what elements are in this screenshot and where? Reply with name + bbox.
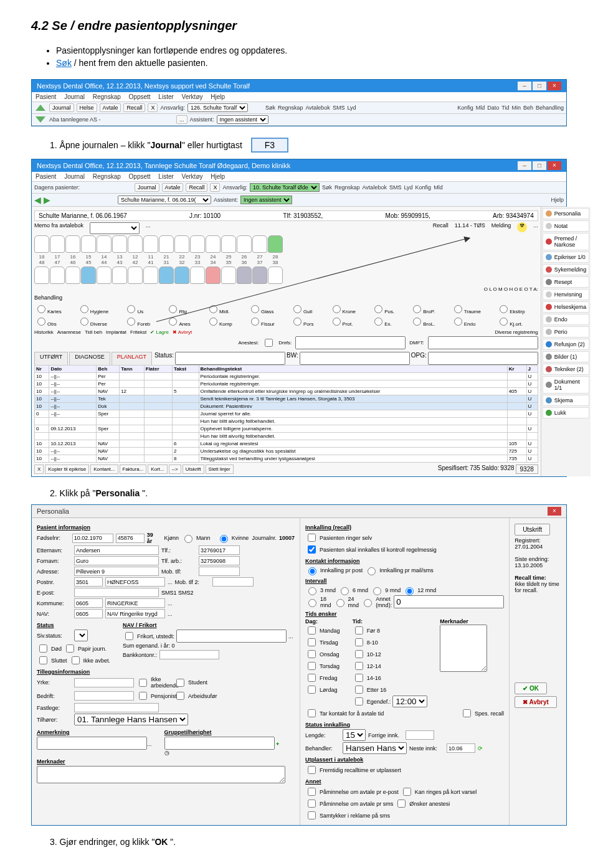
menu-lister[interactable]: Lister [158, 93, 173, 100]
cb-pam-sms[interactable] [308, 800, 316, 808]
cb-papir[interactable] [66, 644, 74, 653]
in-tlf[interactable] [199, 545, 240, 555]
menu-oppsett[interactable]: Oppsett [129, 173, 151, 180]
sidebar-item[interactable]: Epikriser 1/0 [543, 252, 590, 263]
radio-mann[interactable] [184, 535, 192, 543]
sidebar-item[interactable]: Tekniker (2) [543, 364, 590, 375]
tab-planlagt[interactable]: PLANLAGT [112, 352, 152, 365]
cb-day[interactable] [308, 650, 316, 658]
select-ansvarlig[interactable]: 10. Schulte Toralf Øde [250, 183, 320, 192]
cb-samt[interactable] [308, 811, 316, 819]
in-etternavn[interactable] [74, 545, 159, 555]
tab-anamnese[interactable]: Anamnese [57, 329, 81, 335]
menu-journal[interactable]: Journal [64, 93, 85, 100]
tab-utfort[interactable]: UTFØRT [34, 352, 68, 365]
r-18m[interactable] [308, 599, 316, 607]
postnr-dots[interactable]: ... [168, 579, 173, 585]
sidebar-item[interactable]: Refusjon (2) [543, 339, 590, 350]
table-row[interactable]: 10--||--PerPeriodontale registreringer.U [35, 373, 538, 380]
r-6m[interactable] [341, 587, 349, 595]
cb-egendef[interactable] [355, 697, 363, 705]
menu-lister[interactable]: Lister [158, 173, 173, 180]
memo-select[interactable] [90, 222, 140, 234]
cb-fremtidig[interactable] [308, 766, 316, 774]
r-9m[interactable] [373, 587, 381, 595]
sidebar-item[interactable]: Premed / Narkose [543, 233, 590, 250]
icon-sok[interactable]: Søk [322, 184, 332, 191]
in-kommune-n[interactable] [105, 598, 165, 608]
cb-day[interactable] [308, 674, 316, 682]
icon-sms[interactable]: SMS [389, 184, 402, 191]
sidebar-item[interactable]: Sykemelding [543, 264, 590, 275]
btn-journal[interactable]: Journal [135, 183, 159, 192]
in-fornavn[interactable] [74, 556, 159, 565]
opg-in[interactable] [428, 352, 538, 365]
cb-onsker[interactable] [397, 800, 406, 808]
in-gruppe[interactable] [164, 737, 275, 750]
maximize-icon[interactable]: □ [533, 82, 546, 90]
btn-recall[interactable]: Recall [123, 103, 145, 112]
in-kommune[interactable] [74, 598, 103, 608]
in-nav-n[interactable] [105, 609, 165, 618]
btn-avtale[interactable]: Avtale [162, 183, 184, 192]
cb-time[interactable] [355, 662, 363, 670]
cb-pensjonist[interactable] [139, 692, 147, 700]
teeth-upper[interactable] [34, 235, 538, 253]
cb-arbeidufor[interactable] [176, 692, 184, 700]
r-12m[interactable] [406, 587, 414, 595]
sel-egendef[interactable]: 12:00 [392, 696, 427, 707]
radio-kvinne[interactable] [220, 535, 228, 543]
radio-item[interactable] [37, 305, 45, 313]
btn-lagre[interactable]: ✔ Lagre [150, 329, 169, 335]
menu-hjelp[interactable]: Hjelp [211, 173, 225, 180]
icon-regnskap[interactable]: Regnskap [278, 105, 303, 111]
close-icon[interactable]: × [548, 507, 561, 516]
cb-day[interactable] [308, 662, 316, 670]
cb-innkalles[interactable] [308, 545, 316, 554]
in-fodsel2[interactable] [116, 534, 145, 543]
cb-day[interactable] [308, 686, 316, 694]
in-nav[interactable] [74, 609, 103, 618]
icon-sms[interactable]: SMS [333, 105, 345, 111]
sms-btns[interactable]: SMS1 SMS2 [161, 590, 194, 596]
nav-dots[interactable]: ... [168, 611, 173, 617]
in-mobtlf2[interactable] [212, 577, 254, 587]
cb-time[interactable] [355, 638, 363, 646]
r-annet[interactable] [364, 599, 372, 607]
sidebar-item[interactable]: Helseskjema [543, 301, 590, 313]
btn-avbryt[interactable]: ✖ Avbryt [515, 696, 557, 708]
in-mobtlf[interactable] [199, 567, 240, 576]
sel-sivstatus[interactable] [74, 630, 88, 641]
btn-helse[interactable]: Helse [77, 103, 97, 112]
btn-kopier[interactable]: Kopier til epikrise [45, 465, 89, 474]
cb-ringer[interactable] [308, 534, 316, 542]
btn-journal[interactable]: Journal [49, 103, 74, 112]
table-row[interactable]: 10--||--DokDokument: PasientbrevU [35, 403, 538, 410]
sidebar-item[interactable]: Notat [543, 220, 590, 232]
in-fastlege[interactable] [74, 703, 159, 712]
maximize-icon[interactable]: □ [533, 161, 546, 170]
next-icon[interactable]: ▶ [44, 195, 50, 205]
sidebar-item[interactable]: Perio [543, 326, 590, 337]
in-bank[interactable] [159, 650, 219, 659]
select-assistent[interactable]: Ingen assistent [217, 115, 268, 124]
in-annet[interactable] [394, 595, 504, 608]
btn-dots[interactable]: ... [176, 115, 187, 124]
teeth-lower[interactable] [34, 267, 538, 284]
cb-time[interactable] [355, 686, 363, 694]
in-neste[interactable] [447, 743, 475, 753]
tab-historikk[interactable]: Historikk [34, 329, 54, 335]
cb-dod[interactable] [39, 644, 47, 653]
menu-journal[interactable]: Journal [64, 173, 85, 180]
kommune-dots[interactable]: ... [168, 600, 173, 606]
btn-ok[interactable]: ✔ OK [515, 682, 547, 694]
icon-sok[interactable]: Søk [265, 105, 275, 111]
sidebar-item[interactable]: Dokument 1/1 [543, 376, 590, 394]
menu-oppsett[interactable]: Oppsett [129, 93, 151, 100]
select-ansvarlig[interactable]: 126. Schulte Toralf [187, 103, 248, 112]
in-anmerk[interactable] [37, 737, 147, 750]
close-icon[interactable]: × [548, 161, 561, 170]
radio-grid[interactable]: Karies Hygiene Us Rtg Midl. Glass Gull K… [34, 303, 538, 327]
menu-regnskap[interactable]: Regnskap [93, 93, 121, 100]
table-row[interactable]: 009.12.2013SperOpphevet tidligere journa… [35, 425, 538, 433]
